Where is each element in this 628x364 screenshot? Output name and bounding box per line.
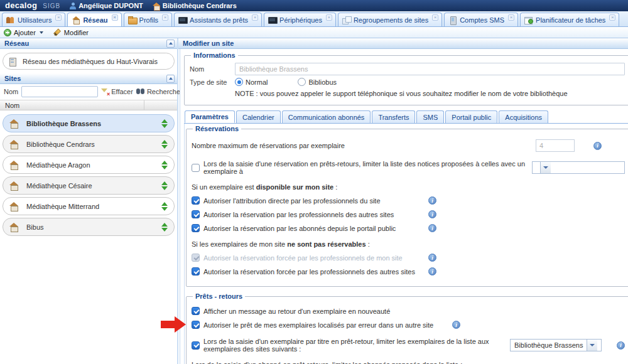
network-item-label: Réseau des médiathèques du Haut-Vivarais: [23, 58, 158, 65]
close-icon[interactable]: [508, 14, 514, 21]
checkbox-reservation-forcee-autres-sites[interactable]: [192, 267, 200, 276]
tab-label: Périphériques: [279, 16, 322, 24]
radio-bibliobus[interactable]: [298, 78, 306, 86]
building-icon: [9, 58, 17, 65]
network-item[interactable]: Réseau des médiathèques du Haut-Vivarais: [3, 53, 175, 70]
info-icon[interactable]: [593, 142, 602, 150]
reorder-arrows-icon[interactable]: [161, 119, 168, 128]
radio-normal[interactable]: [235, 78, 243, 86]
app-logo-suffix: SIGB: [43, 3, 60, 9]
site-row-cendrars[interactable]: Bibliothèque Cendrars: [3, 135, 175, 153]
edit-site-form: Informations Nom Type de site Normal Bib…: [180, 49, 628, 364]
checkbox-pret-erreur-autre-site[interactable]: [192, 321, 200, 329]
reorder-arrows-icon[interactable]: [161, 202, 168, 211]
checkbox-limit-exemplaires-sites[interactable]: [192, 341, 200, 350]
sites-panel-title: Sites: [4, 75, 21, 82]
close-icon[interactable]: [252, 14, 258, 21]
checkbox-message-nouveaute[interactable]: [192, 307, 200, 315]
info-icon[interactable]: [428, 254, 436, 262]
binoculars-icon: [136, 88, 144, 95]
info-icon[interactable]: [617, 341, 625, 350]
monitor-icon: [268, 16, 277, 24]
tab-regroupements-de-sites[interactable]: Regroupements de sites: [338, 13, 442, 26]
reorder-arrows-icon[interactable]: [161, 140, 168, 149]
close-icon[interactable]: [326, 14, 332, 21]
info-icon[interactable]: [452, 321, 460, 329]
subtab-sms[interactable]: SMS: [416, 110, 444, 123]
limit-notices-dropdown[interactable]: [532, 161, 625, 174]
limit-notices-label: Lors de la saisie d'une réservation en p…: [203, 160, 528, 175]
info-icon[interactable]: [428, 196, 436, 205]
collapse-icon[interactable]: [166, 75, 175, 83]
current-site: Bibliothèque Cendrars: [153, 2, 237, 9]
reservations-fieldset: Réservations Nombre maximum de réservati…: [186, 125, 628, 287]
house-icon: [9, 223, 19, 231]
checkbox-reservation-portail-public[interactable]: [192, 224, 200, 232]
tab-peripheriques[interactable]: Périphériques: [264, 13, 336, 26]
close-icon[interactable]: [432, 14, 438, 21]
close-icon[interactable]: [112, 14, 118, 21]
add-button[interactable]: Ajouter: [4, 29, 43, 36]
reorder-arrows-icon[interactable]: [161, 161, 168, 169]
checkbox-attribution-directe[interactable]: [192, 196, 200, 205]
modify-button[interactable]: Modifier: [53, 28, 89, 36]
non-reservables-section-label: Si les exemplaires de mon site ne sont p…: [192, 240, 625, 248]
house-icon: [9, 140, 19, 148]
column-header-nom[interactable]: Nom: [0, 100, 144, 110]
scheduler-icon: [524, 16, 533, 24]
subtab-transferts[interactable]: Transferts: [372, 110, 415, 123]
checkbox-reservation-pros-autres-sites[interactable]: [192, 210, 200, 218]
site-name: Médiathèque Césaire: [26, 182, 92, 190]
subtab-portail-public[interactable]: Portail public: [445, 110, 497, 123]
close-icon[interactable]: [55, 14, 62, 21]
info-icon[interactable]: [428, 224, 436, 232]
house-icon: [9, 119, 19, 127]
site-name: Bibliothèque Brassens: [26, 120, 101, 127]
tab-label: Planificateur de tâches: [536, 16, 605, 24]
subtab-parametres[interactable]: Paramètres: [185, 110, 235, 123]
abonne-filter-intro-label: Lors de la saisie d'un abonné en prêt-re…: [192, 361, 625, 364]
site-row-bibus[interactable]: Bibus: [3, 218, 175, 236]
checkbox-limit-notices[interactable]: [192, 164, 200, 172]
tab-utilisateurs[interactable]: Utilisateurs: [2, 13, 65, 26]
site-row-brassens[interactable]: Bibliothèque Brassens: [3, 114, 175, 132]
tab-comptes-sms[interactable]: Comptes SMS: [444, 13, 518, 26]
subtab-calendrier[interactable]: Calendrier: [236, 110, 281, 123]
search-button-label: Rechercher: [147, 88, 183, 95]
sites-suivants-dropdown[interactable]: Bibliothèque Brassens: [510, 339, 602, 351]
site-row-mitterrand[interactable]: Médiathèque Mitterrand: [3, 197, 175, 215]
tab-planificateur-de-taches[interactable]: Planificateur de tâches: [520, 13, 619, 26]
site-name-search-input[interactable]: [21, 86, 98, 97]
close-icon[interactable]: [162, 14, 168, 21]
tab-label: Utilisateurs: [18, 16, 51, 24]
tab-assistants-de-prets[interactable]: Assistants de prêts: [174, 13, 262, 26]
house-icon: [9, 181, 19, 190]
tab-profils[interactable]: Profils: [124, 13, 173, 26]
top-bar: decalog SIGB Angélique DUPONT Bibliothèq…: [0, 0, 628, 11]
search-button[interactable]: Rechercher: [136, 88, 183, 95]
home-icon: [153, 3, 160, 9]
tab-reseau[interactable]: Réseau: [67, 13, 121, 26]
subtab-acquisitions[interactable]: Acquisitions: [499, 110, 548, 123]
tab-label: Réseau: [83, 16, 107, 24]
reorder-arrows-icon[interactable]: [161, 181, 168, 190]
main-panel: Modifier un site Informations Nom Type d…: [178, 38, 628, 364]
clear-search-button[interactable]: Effacer: [101, 88, 133, 95]
action-toolbar: Ajouter Modifier: [0, 27, 628, 38]
pret-erreur-label: Autoriser le prêt de mes exemplaires loc…: [203, 321, 448, 329]
site-row-cesaire[interactable]: Médiathèque Césaire: [3, 176, 175, 195]
reorder-arrows-icon[interactable]: [161, 223, 168, 232]
close-icon[interactable]: [609, 14, 615, 21]
current-user-name: Angélique DUPONT: [78, 2, 143, 9]
left-panel: Réseau Réseau des médiathèques du Haut-V…: [0, 38, 178, 364]
reservation-forcee-mon-site-label: Autoriser la réservation forcée par les …: [203, 254, 425, 262]
chevron-down-icon: [40, 31, 43, 34]
collapse-icon[interactable]: [166, 40, 175, 48]
site-name: Bibus: [26, 223, 44, 231]
info-icon[interactable]: [428, 210, 436, 218]
max-reservations-field: [536, 139, 575, 152]
subtab-communication-abonnes[interactable]: Communication abonnés: [282, 110, 371, 123]
site-row-aragon[interactable]: Médiathèque Aragon: [3, 156, 175, 174]
house-icon: [9, 202, 19, 210]
info-icon[interactable]: [428, 267, 436, 276]
